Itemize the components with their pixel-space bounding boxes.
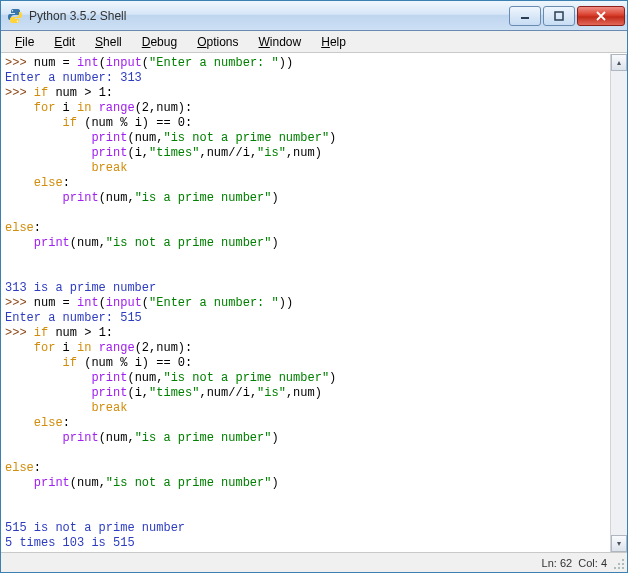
code-line: print(i,"times",num//i,"is",num): [5, 386, 606, 401]
maximize-button[interactable]: [543, 6, 575, 26]
col-label: Col:: [578, 557, 598, 569]
svg-point-0: [12, 10, 13, 11]
vertical-scrollbar[interactable]: ▴ ▾: [610, 54, 627, 552]
code-line: else:: [5, 416, 606, 431]
svg-rect-3: [555, 12, 563, 20]
resize-grip[interactable]: [613, 558, 625, 570]
statusbar: Ln: 62 Col: 4: [1, 552, 627, 572]
svg-point-5: [622, 563, 624, 565]
code-line: [5, 206, 606, 221]
code-line: print(num,"is not a prime number"): [5, 476, 606, 491]
code-line: if (num % i) == 0:: [5, 356, 606, 371]
code-line: [5, 251, 606, 266]
col-value: 4: [601, 557, 607, 569]
window-controls: [507, 6, 625, 26]
code-line: Enter a number: 515: [5, 311, 606, 326]
menu-help[interactable]: Help: [313, 33, 354, 51]
code-line: [5, 506, 606, 521]
code-line: else:: [5, 221, 606, 236]
code-line: print(num,"is not a prime number"): [5, 236, 606, 251]
code-line: print(i,"times",num//i,"is",num): [5, 146, 606, 161]
svg-point-9: [614, 567, 616, 569]
code-editor[interactable]: >>> num = int(input("Enter a number: "))…: [1, 54, 610, 552]
code-line: break: [5, 161, 606, 176]
code-line: [5, 266, 606, 281]
menu-debug[interactable]: Debug: [134, 33, 185, 51]
svg-point-7: [618, 563, 620, 565]
code-line: 5 times 103 is 515: [5, 536, 606, 551]
svg-point-4: [622, 559, 624, 561]
menu-edit[interactable]: Edit: [46, 33, 83, 51]
code-line: print(num,"is a prime number"): [5, 431, 606, 446]
svg-point-6: [622, 567, 624, 569]
code-line: break: [5, 401, 606, 416]
ln-label: Ln:: [542, 557, 557, 569]
code-line: else:: [5, 461, 606, 476]
window-title: Python 3.5.2 Shell: [29, 9, 507, 23]
scroll-track[interactable]: [611, 71, 627, 535]
menu-file[interactable]: File: [7, 33, 42, 51]
code-line: 515 is not a prime number: [5, 521, 606, 536]
content-area: >>> num = int(input("Enter a number: "))…: [1, 53, 627, 552]
scroll-up-button[interactable]: ▴: [611, 54, 627, 71]
code-line: >>> if num > 1:: [5, 326, 606, 341]
titlebar: Python 3.5.2 Shell: [1, 1, 627, 31]
code-line: >>> num = int(input("Enter a number: ")): [5, 56, 606, 71]
menu-window[interactable]: Window: [251, 33, 310, 51]
code-line: for i in range(2,num):: [5, 101, 606, 116]
code-line: print(num,"is a prime number"): [5, 191, 606, 206]
close-button[interactable]: [577, 6, 625, 26]
menu-options[interactable]: Options: [189, 33, 246, 51]
code-line: for i in range(2,num):: [5, 341, 606, 356]
code-line: if (num % i) == 0:: [5, 116, 606, 131]
svg-point-1: [17, 20, 18, 21]
code-line: [5, 446, 606, 461]
code-line: print(num,"is not a prime number"): [5, 371, 606, 386]
code-line: Enter a number: 313: [5, 71, 606, 86]
code-line: else:: [5, 176, 606, 191]
minimize-button[interactable]: [509, 6, 541, 26]
ln-value: 62: [560, 557, 572, 569]
status-line: Ln: 62 Col: 4: [542, 557, 607, 569]
code-line: >>> num = int(input("Enter a number: ")): [5, 296, 606, 311]
menubar: FileEditShellDebugOptionsWindowHelp: [1, 31, 627, 53]
menu-shell[interactable]: Shell: [87, 33, 130, 51]
code-line: 313 is a prime number: [5, 281, 606, 296]
code-line: >>> if num > 1:: [5, 86, 606, 101]
svg-point-8: [618, 567, 620, 569]
code-line: print(num,"is not a prime number"): [5, 131, 606, 146]
scroll-down-button[interactable]: ▾: [611, 535, 627, 552]
python-icon: [7, 8, 23, 24]
code-line: [5, 491, 606, 506]
svg-rect-2: [521, 17, 529, 19]
